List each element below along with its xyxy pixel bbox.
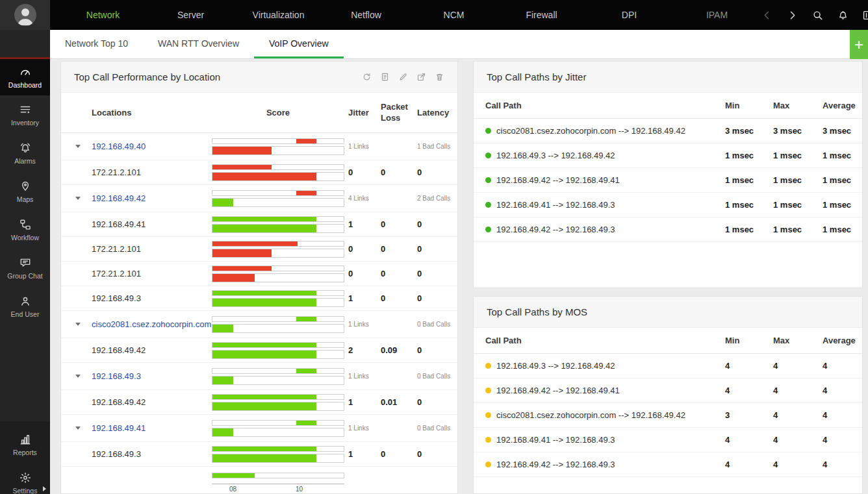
score-bullet-chart	[212, 216, 344, 233]
popout-icon[interactable]	[416, 72, 426, 82]
sidebar-item-end-user[interactable]: End User	[0, 287, 50, 325]
nav-item-firewall[interactable]: Firewall	[498, 0, 585, 30]
nav-item-server[interactable]: Server	[147, 0, 235, 30]
column-header-max: Max	[773, 336, 823, 345]
expand-arrow-icon	[43, 486, 46, 491]
latency-value: 0	[413, 167, 457, 177]
packet-loss-value: 0	[377, 167, 413, 177]
sidebar-item-workflow[interactable]: Workflow	[0, 210, 50, 249]
sidebar-item-inventory[interactable]: Inventory	[0, 95, 50, 134]
score-bullet-chart	[212, 266, 344, 282]
call-path-label: 192.168.49.3 --> 192.168.49.42	[496, 151, 615, 160]
location-label: 172.21.2.101	[92, 167, 141, 177]
location-table-header: Locations Score Jitter Packet Loss Laten…	[61, 93, 457, 133]
sidebar-item-label: Maps	[17, 195, 34, 203]
sidebar-item-label: Workflow	[11, 234, 39, 241]
user-avatar[interactable]	[0, 0, 50, 30]
location-label: 172.21.2.101	[92, 244, 141, 254]
call-path-label: cisco2081.csez.zohocorpin.com --> 192.16…	[496, 410, 685, 420]
links-count: 1 Links	[344, 425, 377, 432]
panel-title: Top Call Paths by Jitter	[487, 71, 586, 82]
nav-item-ipam[interactable]: IPAM	[673, 0, 761, 30]
location-panel-toolbar	[362, 72, 444, 82]
nav-scroll-right-icon[interactable]	[786, 9, 798, 21]
packet-loss-value: 0	[377, 269, 413, 278]
average-value: 4	[823, 435, 862, 445]
packet-loss-value: 0.09	[377, 345, 413, 355]
collapse-caret-icon[interactable]	[75, 375, 81, 378]
table-row: 192.168.49.42 --> 192.168.49.3444	[474, 452, 862, 477]
sidebar-item-group-chat[interactable]: Group Chat	[0, 249, 50, 287]
delete-icon[interactable]	[435, 72, 444, 82]
jitter-value: 0	[344, 244, 377, 254]
location-link[interactable]: 192.168.49.3	[92, 371, 141, 381]
notifications-icon[interactable]	[837, 9, 849, 21]
alarms-icon	[19, 142, 32, 154]
edit-icon[interactable]	[398, 72, 408, 82]
nav-item-ncm[interactable]: NCM	[410, 0, 498, 30]
search-icon[interactable]	[811, 9, 824, 21]
column-header-average: Average	[823, 101, 862, 110]
collapse-caret-icon[interactable]	[75, 323, 81, 326]
collapse-caret-icon[interactable]	[75, 426, 81, 430]
table-row: cisco2081.csez.zohocorpin.com1 Links0 Ba…	[61, 311, 457, 338]
nav-scroll-left-icon[interactable]	[761, 9, 773, 21]
score-bullet-chart	[212, 316, 344, 333]
tab-network-top-10[interactable]: Network Top 10	[50, 30, 143, 58]
location-link[interactable]: 192.168.49.40	[92, 142, 146, 151]
call-path-label: 192.168.49.42 --> 192.168.49.41	[496, 386, 620, 395]
links-count: 1 Links	[344, 143, 377, 150]
sidebar-item-settings[interactable]: Settings	[0, 463, 50, 494]
latency-value: 0	[413, 244, 457, 254]
column-header-latency: Latency	[413, 108, 457, 117]
top-nav-items: NetworkServerVirtualizationNetflowNCMFir…	[59, 0, 761, 30]
tab-wan-rtt-overview[interactable]: WAN RTT Overview	[143, 30, 254, 58]
jitter-value: 1	[344, 397, 377, 407]
packet-loss-value: 0	[377, 219, 413, 229]
reports-icon	[19, 433, 32, 446]
average-value: 1 msec	[823, 200, 862, 210]
average-value: 1 msec	[823, 175, 862, 185]
sidebar-item-alarms[interactable]: Alarms	[0, 134, 50, 172]
table-row: 192.168.49.3 --> 192.168.49.421 msec1 ms…	[474, 143, 862, 168]
table-row: 192.168.49.401 Links1 Bad Calls	[61, 133, 457, 160]
max-value: 4	[773, 386, 823, 395]
packet-loss-value: 0	[377, 449, 413, 459]
table-row: 192.168.49.411 Links0 Bad Calls	[61, 415, 457, 442]
bad-calls-count: 0 Bad Calls	[413, 425, 457, 432]
table-row	[61, 467, 457, 484]
nav-item-dpi[interactable]: DPI	[585, 0, 673, 30]
apps-panel-icon[interactable]	[862, 9, 868, 21]
mos-table-header: Call Path Min Max Average	[474, 328, 862, 354]
sidebar-item-dashboard[interactable]: Dashboard	[0, 57, 50, 95]
min-value: 3	[725, 410, 773, 420]
add-widget-button[interactable]: +	[850, 30, 868, 59]
sidebar-item-label: Settings	[13, 487, 38, 494]
sidebar-item-maps[interactable]: Maps	[0, 172, 50, 210]
sidebar-item-reports[interactable]: Reports	[0, 425, 50, 463]
nav-item-netflow[interactable]: Netflow	[322, 0, 410, 30]
location-link[interactable]: 192.168.49.41	[92, 423, 146, 433]
latency-value: 0	[413, 293, 457, 303]
user-avatar-icon	[14, 3, 37, 27]
tab-voip-overview[interactable]: VoIP Overview	[254, 30, 344, 58]
collapse-caret-icon[interactable]	[75, 197, 81, 200]
call-path-label: 192.168.49.41 --> 192.168.49.3	[496, 200, 615, 210]
latency-value: 0	[413, 269, 457, 278]
refresh-icon[interactable]	[362, 72, 372, 82]
sidebar-item-label: Inventory	[11, 119, 39, 127]
sidebar-item-label: Group Chat	[7, 272, 42, 280]
score-bullet-chart	[212, 473, 344, 478]
collapse-caret-icon[interactable]	[75, 145, 81, 148]
top-nav-actions	[761, 9, 868, 21]
nav-item-virtualization[interactable]: Virtualization	[235, 0, 322, 30]
location-link[interactable]: 192.168.49.42	[92, 193, 146, 203]
column-header-min: Min	[725, 336, 773, 345]
location-link[interactable]: cisco2081.csez.zohocorpin.com	[92, 319, 211, 329]
min-value: 1 msec	[725, 225, 773, 234]
export-icon[interactable]	[380, 72, 390, 82]
nav-item-network[interactable]: Network	[59, 0, 147, 30]
min-value: 1 msec	[725, 175, 773, 185]
column-header-min: Min	[725, 101, 773, 110]
score-bullet-chart	[212, 368, 344, 385]
